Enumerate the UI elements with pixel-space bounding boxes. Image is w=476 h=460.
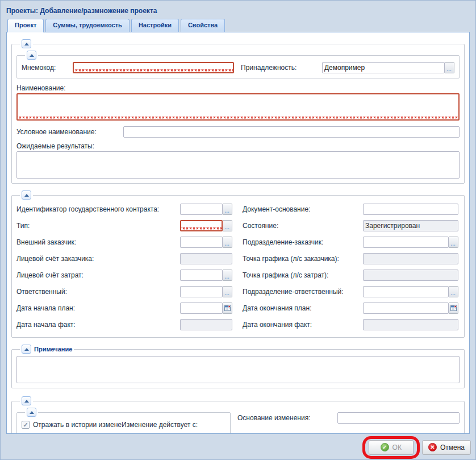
effective-date-label: Изменение действует с: <box>122 421 198 429</box>
field-label: Дата начала план: <box>16 304 180 312</box>
field-input[interactable] <box>363 319 458 330</box>
belonging-input[interactable] <box>322 62 445 73</box>
field-box <box>180 319 232 330</box>
window-title: Проекты: Добавление/размножение проекта <box>6 7 157 15</box>
field-label: Идентификатор государственного контракта… <box>16 205 180 213</box>
field-label: Подразделение-заказчик: <box>243 238 363 246</box>
history-checkbox-label: Отражать в истории измене <box>33 421 122 429</box>
mnemo-fieldset: Мнемокод: Принадлежность: … <box>16 51 460 78</box>
field-input[interactable] <box>180 220 223 231</box>
field-input[interactable] <box>180 237 223 248</box>
field-label: Документ-основание: <box>243 205 363 213</box>
field-input[interactable] <box>180 286 223 297</box>
field-box: … <box>363 286 458 297</box>
lookup-trigger-icon[interactable]: … <box>223 286 232 297</box>
field-box <box>363 302 458 314</box>
field-box <box>363 319 458 330</box>
lookup-trigger-icon[interactable]: … <box>449 237 458 248</box>
field-box: … <box>180 204 232 215</box>
history-inner-fieldset: ✓ Отражать в истории измене Изменение де… <box>16 408 231 434</box>
note-fieldset: Примечание <box>11 345 465 388</box>
history-checkbox[interactable]: ✓ <box>22 421 30 429</box>
calendar-icon <box>224 305 231 311</box>
note-legend: Примечание <box>34 346 72 353</box>
details-row: Внешний заказчик:…Подразделение-заказчик… <box>16 234 460 250</box>
field-label: Дата начала факт: <box>16 321 180 329</box>
ok-button[interactable]: ✓ ОК <box>369 440 414 455</box>
field-box: … <box>180 237 232 248</box>
field-input[interactable] <box>180 253 232 264</box>
field-input[interactable] <box>363 204 458 215</box>
field-box <box>363 253 458 264</box>
field-label: Состояние: <box>243 222 363 230</box>
collapse-toggle-icon[interactable] <box>27 408 36 417</box>
field-label: Ответственный: <box>16 288 180 296</box>
collapse-toggle-icon[interactable] <box>22 345 31 354</box>
field-box <box>180 302 232 314</box>
field-label: Подразделение-ответственный: <box>243 288 363 296</box>
footer-bar: ✓ ОК ✕ Отмена <box>1 435 475 459</box>
field-input[interactable] <box>363 253 458 264</box>
field-label: Точка графика (л/с затрат): <box>243 271 363 279</box>
lookup-trigger-icon[interactable]: … <box>223 270 232 281</box>
change-reason-label: Основание изменения: <box>237 414 337 422</box>
lookup-trigger-icon[interactable]: … <box>445 62 454 73</box>
tab-strip: Проект Суммы, трудоемкость Настройки Сво… <box>6 18 470 32</box>
lookup-trigger-icon[interactable]: … <box>223 237 232 248</box>
mnemo-label: Мнемокод: <box>22 64 73 72</box>
details-row: Дата начала план:Дата окончания план: <box>16 300 460 316</box>
field-input[interactable] <box>180 302 223 314</box>
ok-button-label: ОК <box>393 444 402 451</box>
name-textarea[interactable] <box>16 93 460 121</box>
field-label: Лицевой счёт заказчика: <box>16 255 180 263</box>
field-box <box>363 270 458 281</box>
collapse-toggle-icon[interactable] <box>27 51 36 60</box>
lookup-trigger-icon[interactable]: … <box>223 204 232 215</box>
field-input[interactable] <box>363 237 449 248</box>
dialog-window: Проекты: Добавление/размножение проекта … <box>0 0 476 460</box>
conditional-name-input[interactable] <box>123 126 460 138</box>
field-input[interactable] <box>363 286 449 297</box>
field-input[interactable] <box>363 220 458 231</box>
tab-settings[interactable]: Настройки <box>131 19 179 32</box>
field-input[interactable] <box>180 204 223 215</box>
details-row: Лицевой счёт заказчика:Точка графика (л/… <box>16 250 460 267</box>
lookup-trigger-icon[interactable]: … <box>449 286 458 297</box>
collapse-toggle-icon[interactable] <box>22 190 31 200</box>
field-label: Внешний заказчик: <box>16 238 180 246</box>
details-grid: Идентификатор государственного контракта… <box>16 201 460 333</box>
name-label: Наименование: <box>16 84 460 92</box>
field-input[interactable] <box>363 302 449 314</box>
calendar-icon <box>450 305 457 311</box>
field-label: Дата окончания план: <box>243 304 363 312</box>
general-fieldset: Мнемокод: Принадлежность: … Наименование… <box>11 39 465 184</box>
change-reason-input[interactable] <box>337 412 460 424</box>
mnemo-input[interactable] <box>73 62 234 73</box>
field-input[interactable] <box>180 270 223 281</box>
expected-results-label: Ожидаемые результаты: <box>16 142 460 150</box>
cancel-button[interactable]: ✕ Отмена <box>422 440 471 455</box>
cancel-x-icon: ✕ <box>428 443 437 451</box>
field-box <box>180 253 232 264</box>
field-input[interactable] <box>363 270 458 281</box>
field-box <box>363 220 458 231</box>
date-trigger-icon[interactable] <box>223 302 232 314</box>
field-label: Точка графика (л/с заказчика): <box>243 255 363 263</box>
field-box: … <box>363 237 458 248</box>
details-row: Идентификатор государственного контракта… <box>16 201 460 217</box>
field-input[interactable] <box>180 319 232 330</box>
tab-sums[interactable]: Суммы, трудоемкость <box>45 19 130 32</box>
field-label: Лицевой счёт затрат: <box>16 271 180 279</box>
tab-project[interactable]: Проект <box>7 19 44 32</box>
date-trigger-icon[interactable] <box>449 302 458 314</box>
tab-properties[interactable]: Свойства <box>181 19 225 32</box>
collapse-toggle-icon[interactable] <box>22 39 31 48</box>
details-row: Тип:…Состояние: <box>16 217 460 234</box>
collapse-toggle-icon[interactable] <box>22 396 31 405</box>
expected-results-textarea[interactable] <box>16 151 460 179</box>
field-box <box>363 204 458 215</box>
note-textarea[interactable] <box>16 356 460 383</box>
history-fieldset: ✓ Отражать в истории измене Изменение де… <box>11 396 465 434</box>
conditional-name-label: Условное наименование: <box>16 128 123 136</box>
lookup-trigger-icon[interactable]: … <box>223 220 232 231</box>
